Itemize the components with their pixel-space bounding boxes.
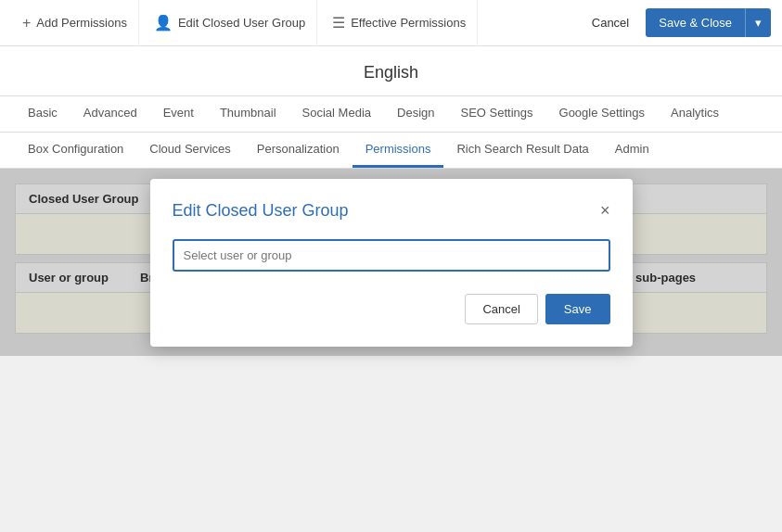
user-group-input[interactable]: [173, 239, 610, 272]
tab-thumbnail[interactable]: Thumbnail: [207, 96, 289, 132]
save-close-label: Save & Close: [646, 8, 745, 37]
edit-cug-label: Edit Closed User Group: [178, 16, 305, 30]
tab-admin[interactable]: Admin: [602, 133, 662, 168]
modal-footer: Cancel Save: [173, 294, 610, 324]
tab-analytics[interactable]: Analytics: [658, 96, 732, 132]
page-title: English: [0, 46, 782, 96]
effective-icon: ☰: [332, 14, 345, 32]
cancel-button[interactable]: Cancel: [579, 10, 642, 35]
effective-permissions-button[interactable]: ☰ Effective Permissions: [321, 0, 478, 46]
modal-save-button[interactable]: Save: [545, 294, 610, 324]
modal-title: Edit Closed User Group: [173, 201, 349, 221]
tabs-row-1: BasicAdvancedEventThumbnailSocial MediaD…: [0, 96, 782, 133]
edit-closed-user-group-button[interactable]: 👤 Edit Closed User Group: [143, 0, 317, 46]
content-area: Closed User Group Browse page There is n…: [0, 169, 782, 356]
tab-design[interactable]: Design: [384, 96, 447, 132]
tab-social-media[interactable]: Social Media: [289, 96, 384, 132]
modal-overlay: Edit Closed User Group × Cancel Save: [0, 169, 782, 356]
tab-google-settings[interactable]: Google Settings: [546, 96, 659, 132]
add-permissions-label: Add Permissions: [36, 16, 127, 30]
add-icon: +: [22, 15, 31, 32]
tab-permissions[interactable]: Permissions: [353, 133, 444, 168]
modal-cancel-button[interactable]: Cancel: [465, 294, 537, 324]
toolbar: + Add Permissions 👤 Edit Closed User Gro…: [0, 0, 782, 46]
edit-cug-modal: Edit Closed User Group × Cancel Save: [150, 179, 633, 347]
save-close-button[interactable]: Save & Close ▾: [646, 8, 771, 37]
save-close-dropdown-arrow[interactable]: ▾: [745, 8, 771, 37]
tab-cloud-services[interactable]: Cloud Services: [136, 133, 243, 168]
tab-basic[interactable]: Basic: [15, 96, 71, 132]
add-permissions-button[interactable]: + Add Permissions: [11, 0, 139, 46]
tab-box-configuration[interactable]: Box Configuration: [15, 133, 136, 168]
tab-seo-settings[interactable]: SEO Settings: [447, 96, 545, 132]
modal-close-button[interactable]: ×: [600, 201, 610, 221]
tab-event[interactable]: Event: [150, 96, 207, 132]
modal-header: Edit Closed User Group ×: [173, 201, 610, 221]
tab-rich-search-result-data[interactable]: Rich Search Result Data: [443, 133, 601, 168]
effective-permissions-label: Effective Permissions: [351, 16, 466, 30]
tab-advanced[interactable]: Advanced: [71, 96, 150, 132]
tabs-row-2: Box ConfigurationCloud ServicesPersonali…: [0, 133, 782, 169]
modal-body: [173, 239, 610, 272]
edit-user-icon: 👤: [154, 14, 173, 32]
tab-personalization[interactable]: Personalization: [244, 133, 353, 168]
